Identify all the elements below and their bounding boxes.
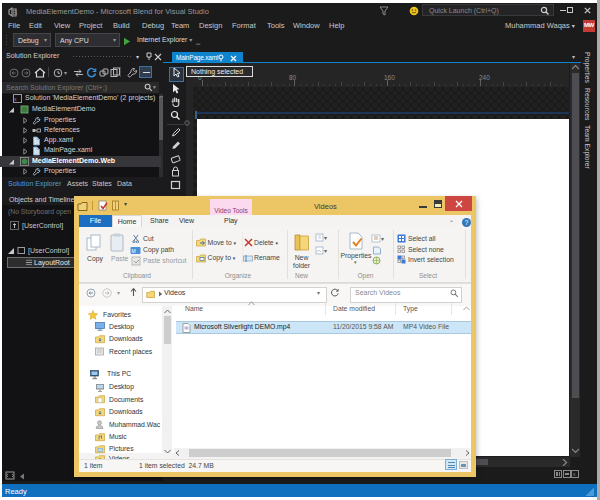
svg-text:B: B xyxy=(13,9,18,16)
svg-text:M: M xyxy=(132,247,136,253)
svg-text:x: x xyxy=(14,96,17,102)
svg-text:▾: ▾ xyxy=(324,235,327,241)
svg-text:▾: ▾ xyxy=(381,236,384,242)
svg-text:▾: ▾ xyxy=(324,248,327,254)
